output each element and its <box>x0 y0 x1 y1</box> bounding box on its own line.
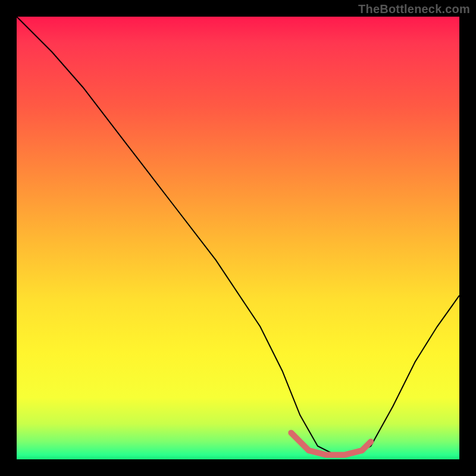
plot-area <box>17 17 459 459</box>
chart-container: TheBottleneck.com <box>0 0 476 476</box>
curve-svg <box>17 17 459 459</box>
watermark-text: TheBottleneck.com <box>358 2 470 16</box>
bottleneck-curve <box>17 17 459 455</box>
optimal-range-marker <box>291 433 371 455</box>
